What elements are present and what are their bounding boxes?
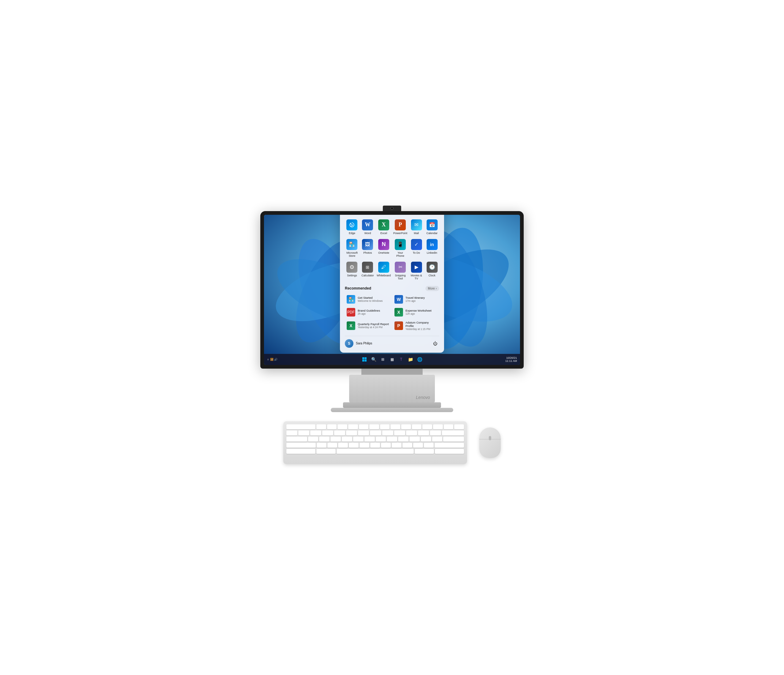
qwerty-row <box>286 436 464 441</box>
app-excel[interactable]: X Excel <box>376 218 391 236</box>
taskbar-search[interactable]: 🔍 <box>370 356 377 363</box>
user-info[interactable]: S Sara Philips <box>345 339 372 348</box>
space-row <box>286 449 464 454</box>
travel-sub: 17m ago <box>406 299 425 302</box>
rec-get-started[interactable]: 🏪 Get Started Welcome to Windows <box>345 293 391 305</box>
snipping-icon: ✂ <box>395 262 406 273</box>
edge-label: Edge <box>349 232 355 235</box>
power-button[interactable]: ⏻ <box>431 340 439 348</box>
app-calculator[interactable]: ⊞ Calculator <box>361 260 375 282</box>
store-icon: 🏪 <box>346 239 358 250</box>
time: 11:11 AM <box>505 359 517 362</box>
get-started-sub: Welcome to Windows <box>358 299 383 302</box>
taskbar-teams[interactable]: T <box>398 356 405 363</box>
payroll-sub: Yesterday at 4:24 PM <box>358 326 389 329</box>
todo-label: To Do <box>413 251 420 254</box>
taskbar-taskview[interactable]: ⊞ <box>379 356 386 363</box>
travel-title: Travel Itinerary <box>406 296 425 299</box>
todo-icon: ✓ <box>411 239 422 250</box>
brand-title: Brand Guidelines <box>358 309 380 312</box>
taskbar-edge[interactable]: 🌐 <box>416 356 423 363</box>
payroll-icon: X <box>347 321 355 330</box>
edge-icon <box>346 219 358 231</box>
brand-label: Lenovo <box>416 395 430 400</box>
user-bar: S Sara Philips ⏻ <box>345 336 439 348</box>
start-button[interactable] <box>361 356 368 363</box>
snipping-label: Snipping Tool <box>393 274 407 280</box>
payroll-title: Quarterly Payroll Report <box>358 322 389 326</box>
app-word[interactable]: W Word <box>361 218 375 236</box>
keyboard[interactable] <box>283 421 467 464</box>
computer-assembly: 🔍 Type here to search Pinned All apps › <box>254 211 530 464</box>
app-photos[interactable]: 🖼 Photos <box>361 237 375 259</box>
brand-icon: PDF <box>347 308 355 316</box>
more-button[interactable]: More › <box>425 286 439 291</box>
linkedin-label: LinkedIn <box>426 251 437 254</box>
photos-icon: 🖼 <box>362 239 373 250</box>
app-snipping[interactable]: ✂ Snipping Tool <box>393 260 408 282</box>
settings-label: Settings <box>347 274 357 277</box>
app-linkedin[interactable]: in LinkedIn <box>425 237 439 259</box>
screen: 🔍 Type here to search Pinned All apps › <box>264 215 520 365</box>
rec-travel-itinerary[interactable]: W Travel Itinerary 17m ago <box>393 293 439 305</box>
store-label: Microsoft Store <box>345 251 359 257</box>
powerpoint-label: PowerPoint <box>393 232 407 235</box>
esc-key[interactable] <box>286 424 316 429</box>
word-label: Word <box>364 232 371 235</box>
adatum-sub: Yesterday at 1:15 PM <box>406 327 437 330</box>
app-powerpoint[interactable]: P PowerPoint <box>393 218 408 236</box>
excel-icon: X <box>378 219 389 231</box>
brand-sub: 2h ago <box>358 312 380 315</box>
adatum-icon: P <box>394 321 403 330</box>
app-mail[interactable]: ✉ Mail <box>409 218 423 236</box>
app-edge[interactable]: Edge <box>345 218 359 236</box>
webcam-lens <box>390 207 394 210</box>
start-menu: 🔍 Type here to search Pinned All apps › <box>340 215 444 353</box>
taskbar-widgets[interactable]: ▦ <box>388 356 396 363</box>
taskbar: ∧ 📶 🔊 🔍 <box>264 354 520 365</box>
app-calendar[interactable]: 📅 Calendar <box>425 218 439 236</box>
clock-icon: 🕐 <box>426 262 438 273</box>
rec-expense-worksheet[interactable]: X Expense Worksheet 12h ago <box>393 306 439 318</box>
app-store[interactable]: 🏪 Microsoft Store <box>345 237 359 259</box>
movies-icon: ▶ <box>411 262 422 273</box>
calendar-label: Calendar <box>426 232 438 235</box>
space-key[interactable] <box>337 449 414 454</box>
expense-icon: X <box>394 308 403 316</box>
mouse[interactable] <box>479 427 501 458</box>
stand-base <box>343 402 441 408</box>
recommended-items-grid: 🏪 Get Started Welcome to Windows W Trave… <box>345 293 439 332</box>
date: 10/20/21 <box>505 356 517 359</box>
app-todo[interactable]: ✓ To Do <box>409 237 423 259</box>
excel-label: Excel <box>380 232 387 235</box>
app-movies[interactable]: ▶ Movies & TV <box>409 260 423 282</box>
user-name: Sara Philips <box>356 341 372 345</box>
word-icon: W <box>362 219 373 231</box>
rec-brand-guidelines[interactable]: PDF Brand Guidelines 2h ago <box>345 306 391 318</box>
recommended-section-header: Recommended More › <box>345 286 439 291</box>
stand-foot <box>331 408 453 412</box>
stand-top <box>361 369 423 375</box>
app-onenote[interactable]: N OneNote <box>376 237 391 259</box>
keyboard-area <box>283 421 501 464</box>
taskbar-center: 🔍 ⊞ ▦ T 📁 <box>361 356 423 363</box>
app-clock[interactable]: 🕐 Clock <box>425 260 439 282</box>
expense-title: Expense Worksheet <box>406 309 431 312</box>
fn-key-row <box>286 424 464 429</box>
app-settings[interactable]: ⚙ Settings <box>345 260 359 282</box>
settings-icon: ⚙ <box>346 262 358 273</box>
calendar-icon: 📅 <box>426 219 438 231</box>
adatum-title: Adatum Company Profile <box>406 321 437 327</box>
rec-quarterly-payroll[interactable]: X Quarterly Payroll Report Yesterday at … <box>345 319 391 332</box>
taskbar-explorer[interactable]: 📁 <box>407 356 414 363</box>
phone-label: Your Phone <box>393 251 407 257</box>
pinned-apps-grid: Edge W Word X Excel <box>345 218 439 282</box>
app-phone[interactable]: 📱 Your Phone <box>393 237 408 259</box>
avatar: S <box>345 339 353 348</box>
rec-adatum-profile[interactable]: P Adatum Company Profile Yesterday at 1:… <box>393 319 439 332</box>
get-started-title: Get Started <box>358 296 383 299</box>
whiteboard-label: Whiteboard <box>377 274 391 277</box>
clock-label: Clock <box>428 274 436 277</box>
app-whiteboard[interactable]: 🖊 Whiteboard <box>376 260 391 282</box>
mail-label: Mail <box>414 232 419 235</box>
